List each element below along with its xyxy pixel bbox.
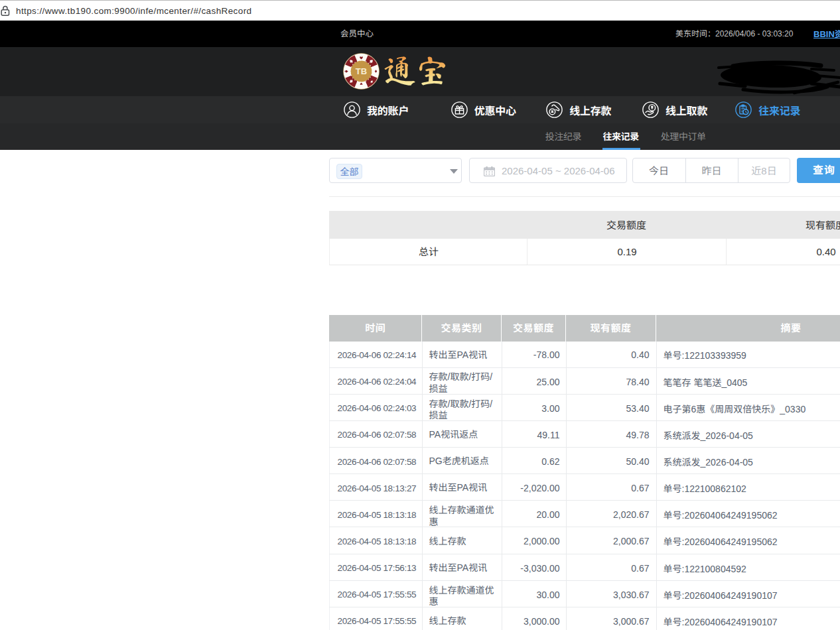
svg-text:TB: TB [355,66,366,76]
